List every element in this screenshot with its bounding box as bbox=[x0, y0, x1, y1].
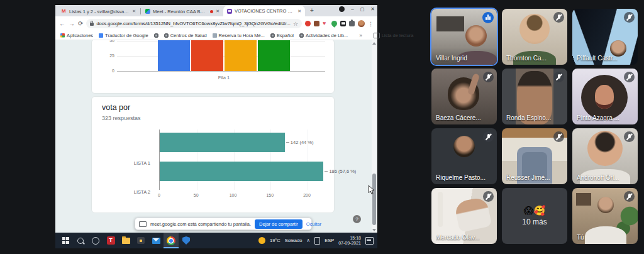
tab-title: VOTACIONES CENTRO DE ALUM bbox=[235, 8, 295, 14]
bookmarks-overflow-icon[interactable]: » bbox=[359, 33, 362, 38]
scroll-down-icon[interactable] bbox=[372, 229, 376, 231]
bookmark-espanol[interactable]: Español bbox=[270, 33, 294, 38]
bar-row: 142 (44 %) bbox=[160, 133, 336, 152]
extensions-puzzle-icon[interactable] bbox=[349, 21, 355, 26]
close-tab-icon[interactable] bbox=[297, 9, 301, 14]
mail-icon bbox=[152, 238, 160, 244]
y-tick-label: 25 bbox=[103, 53, 114, 58]
defender-button[interactable] bbox=[179, 233, 194, 248]
responses-count: 323 respuestas bbox=[102, 115, 141, 121]
participant-tile-andronoff[interactable]: Andronoff Orl... bbox=[572, 128, 638, 184]
globe-icon bbox=[154, 33, 158, 38]
media-recording-icon bbox=[210, 10, 213, 13]
new-tab-button[interactable] bbox=[308, 6, 316, 15]
shield-icon bbox=[182, 236, 190, 245]
participant-name: Villar Ingrid bbox=[436, 55, 467, 62]
taskbar-app-bag[interactable] bbox=[133, 233, 148, 248]
extension-pin-icon[interactable] bbox=[330, 19, 338, 28]
tab-forms-active[interactable]: VOTACIONES CENTRO DE ALUM bbox=[223, 6, 305, 16]
phone-icon[interactable] bbox=[314, 237, 320, 245]
back-button[interactable] bbox=[59, 21, 65, 27]
bookmarks-bar: Aplicaciones Traductor de Google Centros… bbox=[55, 31, 377, 40]
participant-tile-pinto[interactable]: Pinto Azagra ... bbox=[572, 69, 638, 124]
cortana-button[interactable] bbox=[88, 233, 103, 248]
screen-icon bbox=[139, 221, 147, 227]
notification-center-icon[interactable] bbox=[365, 237, 374, 245]
overflow-tile-10-mas[interactable]: 😱🥰 10 más bbox=[502, 188, 567, 244]
scrollbar-track[interactable] bbox=[372, 40, 377, 233]
participant-tile-ronda[interactable]: Ronda Espino... bbox=[502, 69, 567, 124]
participant-name: Ronda Espino... bbox=[506, 114, 551, 121]
sun-weather-icon[interactable] bbox=[258, 237, 265, 244]
weather-desc[interactable]: Soleado bbox=[285, 238, 303, 243]
bookmark-actividades[interactable]: Actividades de Lib... bbox=[299, 33, 348, 38]
extension-red-icon[interactable] bbox=[305, 21, 311, 26]
start-button[interactable] bbox=[58, 233, 73, 248]
bookmark-label: Reserva tu Hora Mé... bbox=[219, 33, 265, 38]
mic-muted-icon bbox=[624, 131, 635, 142]
participant-tile-reusser[interactable]: Reusser Jimé... bbox=[502, 128, 567, 184]
taskbar-search-button[interactable] bbox=[73, 233, 88, 248]
x-axis-line bbox=[117, 71, 325, 72]
x-axis-ticks: 0 50 100 150 200 bbox=[159, 193, 307, 199]
stop-sharing-button[interactable]: Dejar de compartir bbox=[255, 219, 303, 229]
language-indicator[interactable]: ESP bbox=[325, 238, 334, 243]
close-tab-icon[interactable] bbox=[132, 9, 136, 14]
scrollbar-thumb[interactable] bbox=[372, 174, 376, 225]
help-button[interactable] bbox=[353, 215, 361, 223]
participant-tile-baeza[interactable]: Baeza Cácere... bbox=[431, 69, 497, 124]
participant-tile-tu[interactable]: Tú bbox=[572, 188, 638, 244]
participant-name: Reusser Jimé... bbox=[506, 174, 550, 181]
bookmark-star-icon[interactable] bbox=[293, 21, 298, 27]
tray-chevron-icon[interactable] bbox=[306, 238, 310, 243]
chrome-button[interactable] bbox=[164, 233, 179, 248]
address-bar[interactable]: docs.google.com/forms/d/13512NN_hfvOVTO6… bbox=[86, 19, 302, 28]
reading-list-button[interactable]: Lista de lectura bbox=[374, 33, 414, 38]
mic-muted-icon bbox=[553, 72, 564, 82]
extension-shield-icon[interactable] bbox=[314, 21, 319, 26]
mail-button[interactable] bbox=[148, 233, 164, 248]
overflow-count-label: 10 más bbox=[522, 218, 547, 226]
weather-temp[interactable]: 19°C bbox=[270, 238, 280, 243]
taskbar-app-t[interactable] bbox=[103, 233, 118, 248]
maximize-button[interactable] bbox=[360, 6, 365, 12]
forms-results-page: 50 25 0 Fila 1 vota por 323 respuestas bbox=[55, 40, 377, 233]
category-label-lista-2: LISTA 2 bbox=[100, 189, 150, 195]
browser-update-icon[interactable] bbox=[339, 6, 345, 12]
participant-tile-thornton[interactable]: Thornton Ca... bbox=[502, 9, 567, 65]
reload-button[interactable] bbox=[78, 21, 83, 27]
bookmark-reserva-hora[interactable]: Reserva tu Hora Mé... bbox=[213, 33, 265, 38]
gmail-icon bbox=[62, 9, 67, 14]
participant-tile-villar-ingrid[interactable]: Villar Ingrid bbox=[431, 9, 497, 65]
bar-blue bbox=[158, 40, 190, 71]
scroll-up-icon[interactable] bbox=[372, 42, 376, 45]
clock[interactable]: 15:18 07-09-2021 bbox=[338, 236, 361, 246]
participant-tile-piffault[interactable]: Piffault Castr... bbox=[572, 9, 638, 65]
extension-grid-icon[interactable] bbox=[340, 21, 346, 26]
profile-avatar[interactable] bbox=[358, 20, 365, 27]
shared-screen-tile[interactable]: Listas 1 y 2 - svillar@dsvalpo.cl Meet -… bbox=[55, 5, 377, 249]
participants-grid: Villar Ingrid Thornton Ca... Piffault Ca… bbox=[431, 9, 638, 244]
search-icon bbox=[77, 238, 84, 244]
extension-heart-icon[interactable] bbox=[323, 21, 328, 26]
window-controls bbox=[339, 6, 375, 12]
mouse-cursor bbox=[368, 185, 375, 195]
bookmark-globe[interactable] bbox=[154, 33, 158, 38]
tab-gmail[interactable]: Listas 1 y 2 - svillar@dsvalpo.cl bbox=[58, 6, 140, 16]
forward-button[interactable] bbox=[69, 21, 75, 27]
hide-banner-link[interactable]: Ocultar bbox=[306, 221, 321, 227]
close-window-button[interactable] bbox=[370, 6, 375, 12]
browser-menu-icon[interactable] bbox=[368, 21, 374, 27]
mic-muted-icon bbox=[624, 72, 635, 82]
participant-tile-mercado[interactable]: Mercado Olav... bbox=[431, 188, 497, 244]
file-explorer-button[interactable] bbox=[118, 233, 133, 248]
tab-meet[interactable]: Meet - Reunión CAA Básica bbox=[142, 6, 223, 16]
bar-lista-1 bbox=[160, 133, 285, 152]
bookmark-centros-salud[interactable]: Centros de Salud bbox=[164, 33, 207, 38]
bookmark-aplicaciones[interactable]: Aplicaciones bbox=[60, 33, 93, 38]
close-tab-icon[interactable] bbox=[216, 9, 219, 14]
participant-tile-riquelme[interactable]: Riquelme Pasto... bbox=[431, 128, 497, 184]
bar-green bbox=[258, 40, 290, 71]
minimize-button[interactable] bbox=[351, 6, 353, 12]
bookmark-traductor[interactable]: Traductor de Google bbox=[99, 33, 148, 38]
